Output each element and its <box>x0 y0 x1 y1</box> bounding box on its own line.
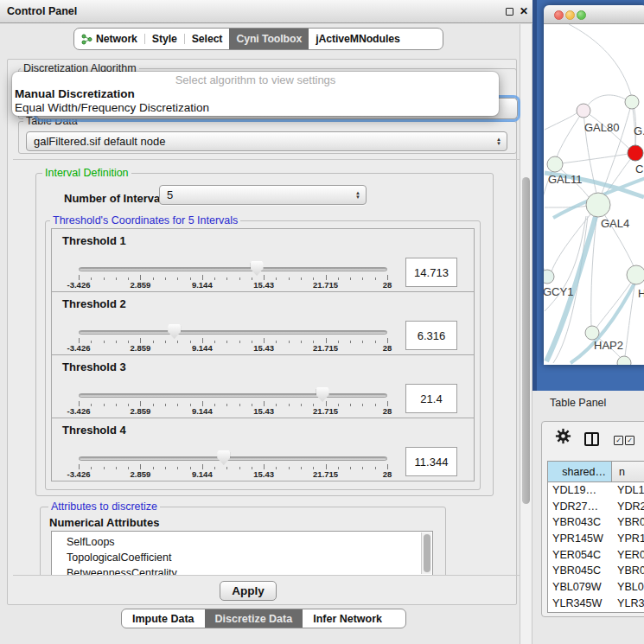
dropdown-option-equal-width[interactable]: Equal Width/Frequency Discretization <box>12 101 499 115</box>
table-cell[interactable]: YBR043C <box>548 514 612 531</box>
slider-track[interactable] <box>79 330 387 335</box>
table-cell[interactable]: YIL052C <box>548 612 612 614</box>
table-cell[interactable]: YER054C <box>548 547 612 564</box>
table-row[interactable]: YLR345WYLR3 <box>548 596 644 612</box>
node-h[interactable] <box>627 265 644 284</box>
group-label: Attributes to discretize <box>48 501 160 513</box>
table-row[interactable]: YBR045CYBR0 <box>548 563 644 579</box>
network-canvas[interactable]: GAL80 G. C GAL11 GAL4 GCY1 H HAP2 <box>544 24 644 365</box>
table-cell[interactable]: YLR345W <box>548 596 612 612</box>
red-node[interactable] <box>628 145 643 161</box>
apply-button[interactable]: Apply <box>220 581 277 601</box>
column-header-name[interactable]: n <box>612 462 644 481</box>
node-label: HAP2 <box>594 339 623 352</box>
minimize-traffic-light-icon[interactable] <box>565 10 575 20</box>
thresholds-coordinates-group: Threshold's Coordinates for 5 Intervals … <box>45 220 481 490</box>
slider-thumb[interactable] <box>316 387 329 402</box>
table-cell[interactable]: YDR2 <box>612 499 644 515</box>
table-row[interactable]: YBR043CYBR0 <box>548 514 644 531</box>
table-cell[interactable]: YBR045C <box>548 563 612 579</box>
table-cell[interactable]: YBR0 <box>612 563 644 579</box>
algorithm-dropdown-list: Select algorithm to view settings Manual… <box>12 72 499 116</box>
threshold-value-field[interactable]: 14.713 <box>405 258 457 287</box>
slider-tick-label: 15.43 <box>245 469 283 479</box>
network-window-titlebar[interactable] <box>544 5 644 24</box>
table-cell[interactable]: YBR0 <box>612 514 644 531</box>
table-cell[interactable]: YIL0 <box>612 612 644 614</box>
panel-vertical-scrollbar[interactable] <box>520 24 532 644</box>
slider-thumb[interactable] <box>251 261 264 276</box>
tab-network[interactable]: Network <box>74 29 144 49</box>
tab-discretize-data[interactable]: Discretize Data <box>205 609 303 628</box>
slider-thumb[interactable] <box>168 324 181 339</box>
slider-thumb[interactable] <box>217 450 230 465</box>
table-data-combobox[interactable]: galFiltered.sif default node ▲▼ <box>26 131 507 151</box>
slider-tick-label: 2.859 <box>121 406 159 416</box>
node-bottom[interactable] <box>617 356 631 365</box>
slider-track[interactable] <box>79 393 387 398</box>
dropdown-option-manual[interactable]: Manual Discretization <box>12 87 499 101</box>
node-gal4[interactable] <box>586 193 610 217</box>
split-view-icon[interactable] <box>584 432 599 446</box>
table-row[interactable]: YDR27…YDR2 <box>548 499 644 515</box>
control-panel-titlebar: Control Panel ✕ <box>0 0 532 23</box>
table-cell[interactable]: YDR27… <box>548 499 612 515</box>
tab-label: Network <box>96 33 137 45</box>
settings-gear-icon[interactable] <box>554 427 572 449</box>
threshold-value-field[interactable]: 11.344 <box>405 447 457 476</box>
tab-jactivemnodules[interactable]: jActiveMNodules <box>309 29 407 49</box>
checkbox-icon[interactable]: ✓ <box>614 436 623 445</box>
tab-cyni-toolbox[interactable]: Cyni Toolbox <box>229 29 309 49</box>
tab-style[interactable]: Style <box>145 29 184 49</box>
float-window-icon[interactable] <box>506 8 513 16</box>
number-of-intervals-combobox[interactable]: 5 ▲▼ <box>159 185 367 205</box>
list-item[interactable]: SelfLoops <box>52 534 432 550</box>
threshold-value-field[interactable]: 21.4 <box>405 384 457 413</box>
checkbox-icon[interactable]: ✓ <box>625 436 634 445</box>
tab-impute-data[interactable]: Impute Data <box>122 609 205 628</box>
node-gal80[interactable] <box>577 104 590 118</box>
tab-infer-network[interactable]: Infer Network <box>303 609 392 628</box>
table-cell[interactable]: YER0 <box>612 547 644 564</box>
tab-select[interactable]: Select <box>185 29 230 49</box>
table-cell[interactable]: YPR145W <box>548 531 612 547</box>
table-row[interactable]: YIL052CYIL0 <box>548 612 644 614</box>
table-cell[interactable]: YPR1 <box>612 531 644 547</box>
node-hap2[interactable] <box>585 326 599 340</box>
tab-label: Infer Network <box>313 613 382 625</box>
slider-tick-label: 9.144 <box>183 406 221 416</box>
threshold-value-field[interactable]: 6.316 <box>405 321 457 350</box>
threshold-panel: Threshold 2 -3.4262.8599.14415.4321.7152… <box>51 291 475 355</box>
close-traffic-light-icon[interactable] <box>554 10 564 20</box>
table-cell[interactable]: YBL079W <box>548 579 612 596</box>
node-gal11[interactable] <box>547 156 563 172</box>
slider-track[interactable] <box>79 456 387 461</box>
node-attribute-table: shared… n YDL19…YDL1YDR27…YDR2YBR043CYBR… <box>547 461 644 613</box>
table-cell[interactable]: YDL19… <box>548 482 612 499</box>
group-label: Threshold's Coordinates for 5 Intervals <box>50 214 240 226</box>
table-cell[interactable]: YDL1 <box>612 482 644 499</box>
tab-label: Impute Data <box>132 613 194 625</box>
table-cell[interactable]: YBL0 <box>612 579 644 596</box>
column-header-shared-name[interactable]: shared… <box>548 462 612 481</box>
network-edges <box>544 24 636 363</box>
tab-label: Discretize Data <box>215 613 293 625</box>
table-panel-title: Table Panel <box>550 397 606 409</box>
zoom-traffic-light-icon[interactable] <box>577 10 586 20</box>
panel-title: Control Panel <box>7 0 77 23</box>
table-row[interactable]: YER054CYER0 <box>548 547 644 564</box>
table-row[interactable]: YBL079WYBL0 <box>548 579 644 596</box>
list-item[interactable]: TopologicalCoefficient <box>52 550 432 565</box>
slider-tick-label: -3.426 <box>60 406 98 416</box>
tab-label: Cyni Toolbox <box>236 33 302 45</box>
close-icon[interactable]: ✕ <box>520 4 528 19</box>
list-scrollbar[interactable] <box>421 532 431 574</box>
slider-track[interactable] <box>79 267 387 271</box>
slider-tick-label: 28 <box>368 280 406 290</box>
table-row[interactable]: YPR145WYPR1 <box>548 531 644 547</box>
table-cell[interactable]: YLR3 <box>612 596 644 612</box>
table-row[interactable]: YDL19…YDL1 <box>548 482 644 499</box>
node-gcy1[interactable] <box>544 270 554 284</box>
list-item[interactable]: BetweennessCentrality <box>52 565 432 576</box>
node-top-right[interactable] <box>625 95 639 109</box>
